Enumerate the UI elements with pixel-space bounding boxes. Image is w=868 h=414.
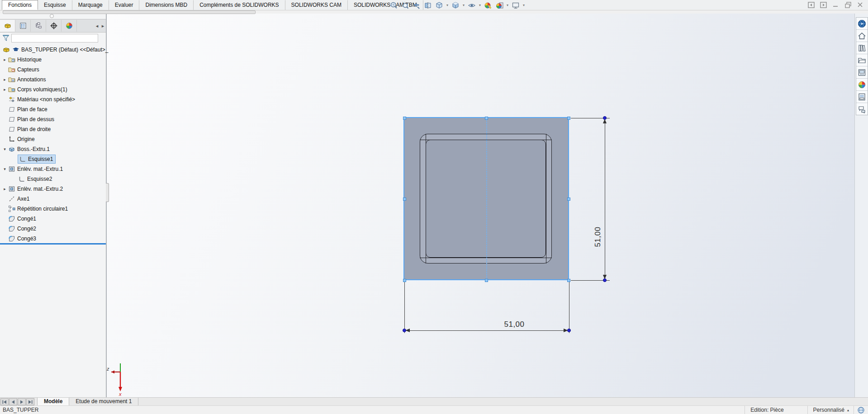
tree-row[interactable]: Congé2 [0, 224, 106, 234]
custom-properties-icon[interactable] [856, 91, 868, 103]
tree-row[interactable]: ▸ Enlèv. mat.-Extru.2 [0, 184, 106, 194]
sketch-handle[interactable] [485, 279, 488, 282]
tree-item-label[interactable]: Enlèv. mat.-Extru.1 [17, 166, 63, 172]
zoom-to-fit-icon[interactable] [389, 1, 399, 10]
selected-highlight[interactable]: Esquisse1 [18, 155, 56, 164]
tab-complements-solidworks[interactable]: Compléments de SOLIDWORKS [194, 0, 285, 10]
design-library-icon[interactable] [856, 42, 868, 54]
tree-row[interactable]: ▸ Historique [0, 55, 106, 65]
tree-row[interactable]: Congé3 [0, 234, 106, 244]
fm-tabs-scroll-right-icon[interactable]: ▸ [100, 23, 106, 29]
tree-item-label[interactable]: Plan de dessus [17, 116, 54, 122]
tree-item-label[interactable]: Plan de droite [17, 126, 51, 132]
edit-appearance-icon[interactable] [483, 1, 493, 10]
tree-item-label[interactable]: Congé2 [17, 226, 36, 232]
file-explorer-icon[interactable] [856, 54, 868, 66]
graphics-viewport[interactable]: 51,00 51,00 z x [107, 14, 855, 398]
tree-row[interactable]: Congé1 [0, 214, 106, 224]
zoom-to-area-icon[interactable] [400, 1, 410, 10]
last-sheet-button[interactable] [26, 398, 34, 405]
tree-item-label[interactable]: Matériau <non spécifié> [17, 96, 75, 103]
selected-sketch-outline[interactable] [403, 117, 569, 280]
first-sheet-button[interactable] [0, 398, 9, 405]
tree-item-label[interactable]: Congé3 [17, 235, 36, 242]
tree-item-label[interactable]: Plan de face [17, 106, 47, 113]
sketch-handle[interactable] [567, 117, 570, 120]
tab-marquage[interactable]: Marquage [72, 0, 109, 10]
expander-icon[interactable]: ▸ [2, 57, 8, 62]
tree-row[interactable]: ▸ A Annotations [0, 75, 106, 85]
view-settings-icon[interactable] [511, 1, 521, 10]
hide-show-items-caret-icon[interactable]: ▾ [478, 3, 482, 7]
tree-row[interactable]: ▸ Corps volumiques(1) [0, 85, 106, 94]
appearances-scenes-icon[interactable] [856, 79, 868, 91]
tree-item-label[interactable]: Boss.-Extru.1 [17, 146, 50, 152]
fm-tabs-scroll-left-icon[interactable]: ◂ [94, 23, 100, 29]
dimension-endpoint-dot[interactable] [603, 116, 607, 120]
tab-solidworks-cam[interactable]: SOLIDWORKS CAM [285, 0, 348, 10]
expander-icon[interactable]: ▾ [2, 167, 8, 171]
display-manager-tab[interactable] [62, 20, 77, 32]
hide-show-items-icon[interactable] [467, 1, 477, 10]
tree-filter-input[interactable] [11, 34, 98, 42]
tree-item-label[interactable]: Enlèv. mat.-Extru.2 [17, 186, 63, 192]
tree-item-label[interactable]: Corps volumiques(1) [17, 86, 67, 93]
next-sheet-button[interactable] [18, 398, 26, 405]
features-tab[interactable] [0, 20, 15, 32]
unit-system-caret-icon[interactable]: ▴ [847, 408, 849, 412]
display-style-icon[interactable] [451, 1, 460, 10]
tree-row[interactable]: Axe1 [0, 194, 106, 204]
view-settings-caret-icon[interactable]: ▾ [522, 3, 526, 7]
forum-icon[interactable] [856, 103, 868, 115]
minimize-icon[interactable] [832, 1, 839, 8]
tree-row[interactable]: ▾ Boss.-Extru.1 [0, 144, 106, 154]
configuration-manager-tab[interactable] [31, 20, 46, 32]
apply-scene-icon[interactable] [494, 1, 504, 10]
panel-splitter-handle[interactable] [106, 183, 109, 202]
tree-row[interactable]: ▾ Enlèv. mat.-Extru.1 [0, 164, 106, 174]
previous-view-icon[interactable] [412, 1, 422, 10]
tree-item-label[interactable]: Annotations [17, 76, 46, 83]
tree-row[interactable]: Origine [0, 134, 106, 144]
previous-sheet-button[interactable] [9, 398, 17, 405]
tree-item-label[interactable]: Origine [17, 136, 35, 142]
tree-row[interactable]: Capteurs [0, 65, 106, 75]
tree-item-label[interactable]: Capteurs [17, 66, 39, 73]
sketch-handle[interactable] [403, 198, 406, 201]
dimension-endpoint-dot[interactable] [403, 329, 406, 332]
collapse-pane-right-icon[interactable] [820, 1, 827, 8]
tab-esquisse[interactable]: Esquisse [38, 0, 72, 10]
filter-funnel-icon[interactable] [2, 34, 9, 42]
tree-row[interactable]: Plan de face [0, 104, 106, 114]
tree-row[interactable]: Répétition circulaire1 [0, 204, 106, 214]
ribbon-pin-icon[interactable] [50, 14, 54, 18]
dimension-value-height[interactable]: 51,00 [593, 223, 602, 250]
tab-etude-de-mouvement[interactable]: Etude de mouvement 1 [69, 398, 138, 406]
view-orientation-icon[interactable] [434, 1, 444, 10]
dimension-line-horizontal[interactable] [404, 330, 569, 331]
section-view-icon[interactable] [423, 1, 433, 10]
tab-fonctions[interactable]: Fonctions [2, 0, 38, 10]
restore-icon[interactable] [844, 1, 851, 8]
apply-scene-caret-icon[interactable]: ▾ [506, 3, 509, 7]
tree-row[interactable]: Esquisse2 [0, 174, 106, 184]
rollback-bar[interactable] [0, 243, 106, 245]
close-icon[interactable] [857, 1, 863, 8]
expander-icon[interactable]: ▸ [2, 87, 8, 92]
status-unit-system[interactable]: Personnalisé [807, 406, 847, 414]
tree-root-label[interactable]: BAS_TUPPER (Défaut) <<Défaut>_ [21, 47, 108, 53]
sketch-handle[interactable] [403, 117, 406, 120]
tab-evaluer[interactable]: Evaluer [109, 0, 140, 10]
tree-item-label[interactable]: Axe1 [17, 196, 29, 202]
view-orientation-caret-icon[interactable]: ▾ [446, 3, 449, 7]
expander-icon[interactable]: ▸ [2, 187, 8, 191]
status-globe-icon[interactable] [854, 406, 868, 414]
tree-item-label[interactable]: Historique [17, 56, 42, 63]
tree-root-row[interactable]: BAS_TUPPER (Défaut) <<Défaut>_ [0, 45, 106, 55]
collapse-pane-left-icon[interactable] [808, 1, 815, 8]
expander-icon[interactable]: ▸ [2, 77, 8, 82]
tree-row-selected[interactable]: Esquisse1 [0, 154, 106, 164]
tree-row[interactable]: Plan de droite [0, 124, 106, 134]
dimension-endpoint-dot[interactable] [603, 278, 607, 282]
expander-icon[interactable]: ▾ [2, 147, 8, 151]
